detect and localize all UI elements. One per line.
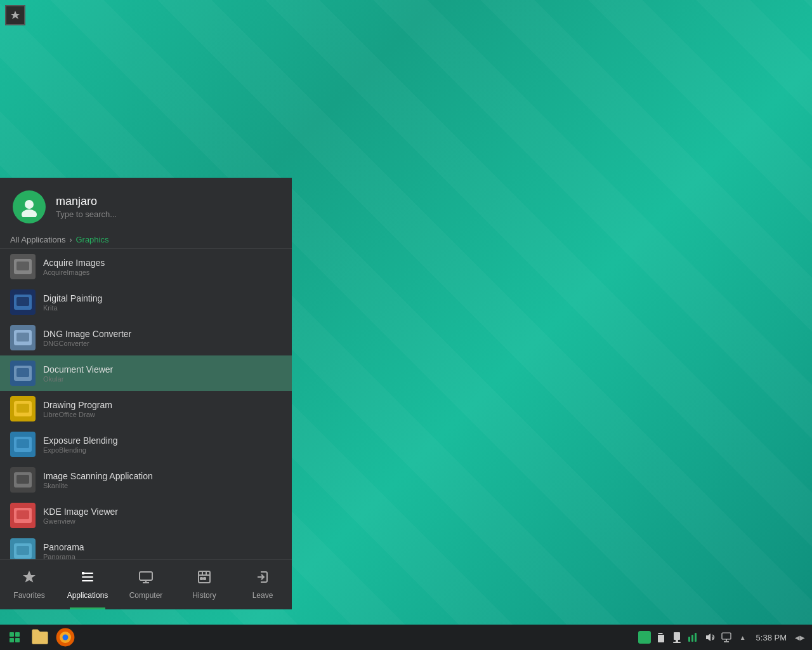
app-exec: ExpoBlending [43, 446, 118, 454]
app-list-item[interactable]: Image Scanning Application Skanlite [0, 462, 292, 498]
svg-rect-42 [674, 632, 680, 640]
svg-rect-44 [673, 642, 681, 643]
svg-rect-7 [16, 333, 29, 342]
app-name: Document Viewer [43, 364, 113, 375]
app-list-item[interactable]: Acquire Images AcquireImages [0, 249, 292, 284]
app-icon [10, 254, 36, 279]
svg-rect-36 [15, 632, 20, 637]
volume-icon[interactable] [703, 630, 717, 644]
usb-icon[interactable] [670, 630, 684, 644]
user-area: manjaro Type to search... [0, 178, 292, 231]
start-menu: manjaro Type to search... All Applicatio… [0, 178, 292, 609]
svg-rect-5 [16, 297, 29, 306]
nav-item-computer[interactable]: Computer [117, 560, 175, 609]
app-list-item[interactable]: Panorama Panorama [0, 533, 292, 559]
avatar [13, 190, 46, 223]
favorites-nav-icon [22, 569, 37, 587]
svg-rect-26 [140, 572, 152, 580]
svg-rect-23 [82, 576, 93, 578]
app-icon [10, 503, 36, 528]
app-exec: LibreOffice Draw [43, 411, 112, 418]
taskbar-firefox[interactable] [54, 627, 77, 648]
svg-rect-24 [82, 580, 93, 581]
search-hint: Type to search... [56, 209, 117, 219]
svg-rect-37 [10, 638, 14, 642]
right-expand-icon[interactable]: ◀▶ [793, 630, 807, 644]
svg-rect-13 [16, 439, 29, 448]
leave-nav-icon [255, 569, 270, 587]
desktop-corner-icon[interactable] [5, 5, 25, 25]
breadcrumb-current: Graphics [75, 235, 108, 244]
svg-point-0 [25, 200, 34, 209]
svg-rect-25 [82, 572, 84, 574]
computer-nav-label: Computer [129, 591, 163, 600]
app-exec: Gwenview [43, 517, 118, 525]
app-name: Panorama [43, 542, 84, 552]
app-name: Acquire Images [43, 258, 105, 268]
svg-rect-15 [16, 475, 29, 484]
app-name: KDE Image Viewer [43, 507, 118, 517]
svg-point-1 [22, 209, 37, 217]
app-name: Exposure Blending [43, 435, 118, 446]
taskbar-right: ▲ 5:38 PM ◀▶ [638, 630, 809, 644]
history-nav-icon [197, 569, 212, 587]
tray-expand-icon[interactable]: ▲ [736, 630, 750, 644]
app-icon [10, 538, 36, 559]
app-exec: AcquireImages [43, 269, 105, 276]
applications-nav-label: Applications [67, 591, 108, 600]
app-exec: DNGConverter [43, 340, 131, 347]
app-exec: Skanlite [43, 482, 153, 489]
taskbar-files[interactable] [29, 627, 51, 648]
app-exec: Krita [43, 304, 102, 312]
start-button[interactable] [3, 626, 27, 649]
breadcrumb: All Applications › Graphics [0, 231, 292, 249]
taskbar: ▲ 5:38 PM ◀▶ [0, 625, 812, 650]
svg-rect-48 [722, 633, 731, 639]
app-list-item[interactable]: Exposure Blending ExpoBlending [0, 427, 292, 462]
svg-rect-11 [16, 404, 29, 413]
app-list-item[interactable]: Digital Painting Krita [0, 284, 292, 320]
nav-item-applications[interactable]: Applications [58, 560, 117, 609]
user-info: manjaro Type to search... [56, 195, 117, 219]
svg-rect-47 [695, 633, 697, 642]
display-icon[interactable] [719, 630, 733, 644]
app-list-item[interactable]: Drawing Program LibreOffice Draw [0, 391, 292, 427]
leave-nav-label: Leave [252, 591, 273, 600]
app-name: Digital Painting [43, 293, 102, 303]
trash-icon[interactable] [653, 630, 667, 644]
app-icon [10, 396, 36, 421]
applications-nav-icon [80, 569, 95, 587]
taskbar-left [3, 626, 77, 649]
svg-rect-46 [691, 635, 693, 642]
clock[interactable]: 5:38 PM [752, 633, 790, 642]
svg-rect-17 [16, 510, 29, 519]
history-nav-label: History [192, 591, 216, 600]
svg-rect-3 [16, 262, 29, 270]
app-name: Image Scanning Application [43, 471, 153, 481]
app-list: Acquire Images AcquireImages Digital Pai… [0, 249, 292, 559]
app-icon [10, 361, 36, 386]
app-list-item[interactable]: Document Viewer Okular [0, 355, 292, 391]
monitor-icon[interactable] [686, 630, 700, 644]
app-icon [10, 432, 36, 457]
svg-rect-45 [688, 637, 690, 642]
nav-item-favorites[interactable]: Favorites [0, 560, 58, 609]
svg-point-41 [63, 635, 69, 640]
breadcrumb-arrow: › [69, 235, 72, 244]
app-exec: Okular [43, 375, 113, 383]
breadcrumb-root[interactable]: All Applications [10, 235, 65, 244]
nav-item-history[interactable]: History [175, 560, 233, 609]
network-indicator[interactable] [638, 631, 651, 644]
app-list-item[interactable]: DNG Image Converter DNGConverter [0, 320, 292, 355]
app-icon [10, 325, 36, 350]
svg-rect-33 [200, 578, 202, 580]
svg-rect-19 [16, 546, 29, 555]
app-icon [10, 467, 36, 493]
favorites-nav-label: Favorites [13, 591, 44, 600]
svg-rect-38 [15, 638, 20, 642]
nav-item-leave[interactable]: Leave [233, 560, 292, 609]
app-list-item[interactable]: KDE Image Viewer Gwenview [0, 498, 292, 533]
app-exec: Panorama [43, 553, 84, 560]
computer-nav-icon [138, 569, 154, 587]
app-icon [10, 289, 36, 315]
